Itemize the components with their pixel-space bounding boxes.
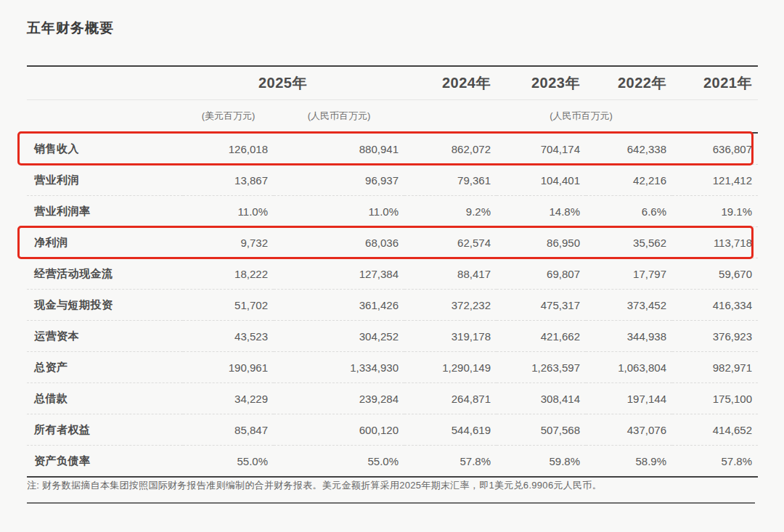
cell-value: 127,384 bbox=[274, 258, 404, 290]
cell-value: 68,036 bbox=[274, 227, 404, 258]
cell-value: 344,938 bbox=[586, 321, 672, 352]
cell-value: 43,523 bbox=[183, 321, 274, 352]
cell-value: 1,263,597 bbox=[497, 352, 586, 383]
cell-value: 507,568 bbox=[497, 414, 586, 446]
unit-usd-millions: (美元百万元) bbox=[183, 100, 274, 134]
cell-value: 304,252 bbox=[274, 321, 404, 352]
cell-value: 51,702 bbox=[183, 290, 274, 321]
report-page: 五年财务概要 2025年 2024年 2023年 2022年 2021年 (美元… bbox=[0, 0, 784, 532]
cell-value: 11.0% bbox=[183, 196, 274, 227]
cell-value: 55.0% bbox=[274, 446, 404, 478]
cell-value: 55.0% bbox=[183, 446, 274, 478]
cell-value: 862,072 bbox=[404, 133, 497, 165]
cell-value: 121,412 bbox=[672, 165, 758, 196]
year-header-2022: 2022年 bbox=[586, 66, 672, 100]
empty-header-cell bbox=[27, 66, 183, 100]
cell-value: 59.8% bbox=[497, 446, 586, 478]
cell-value: 59,670 bbox=[672, 258, 758, 290]
row-label: 总资产 bbox=[27, 352, 183, 383]
empty-unit-cell bbox=[27, 100, 183, 134]
cell-value: 126,018 bbox=[183, 133, 274, 165]
unit-rmb-millions: (人民币百万元) bbox=[274, 100, 404, 134]
table-row: 总资产 190,961 1,334,930 1,290,149 1,263,59… bbox=[27, 352, 758, 383]
cell-value: 86,950 bbox=[497, 227, 586, 258]
cell-value: 96,937 bbox=[274, 165, 404, 196]
cell-value: 85,847 bbox=[183, 414, 274, 446]
row-label: 净利润 bbox=[27, 227, 183, 258]
row-label: 销售收入 bbox=[27, 133, 183, 165]
cell-value: 35,562 bbox=[586, 227, 672, 258]
cell-value: 14.8% bbox=[497, 196, 586, 227]
cell-value: 42,216 bbox=[586, 165, 672, 196]
cell-value: 416,334 bbox=[672, 290, 758, 321]
cell-value: 19.1% bbox=[672, 196, 758, 227]
unit-header-row: (美元百万元) (人民币百万元) (人民币百万元) bbox=[27, 100, 758, 134]
cell-value: 475,317 bbox=[497, 290, 586, 321]
cell-value: 376,923 bbox=[672, 321, 758, 352]
cell-value: 9,732 bbox=[183, 227, 274, 258]
cell-value: 264,871 bbox=[404, 383, 497, 414]
row-label: 资产负债率 bbox=[27, 446, 183, 478]
table-row: 所有者权益 85,847 600,120 544,619 507,568 437… bbox=[27, 414, 758, 446]
table-row: 净利润 9,732 68,036 62,574 86,950 35,562 11… bbox=[27, 227, 758, 258]
row-label: 总借款 bbox=[27, 383, 183, 414]
cell-value: 982,971 bbox=[672, 352, 758, 383]
page-title: 五年财务概要 bbox=[27, 19, 114, 38]
cell-value: 1,290,149 bbox=[404, 352, 497, 383]
row-label: 现金与短期投资 bbox=[27, 290, 183, 321]
year-header-2025: 2025年 bbox=[183, 66, 404, 100]
cell-value: 308,414 bbox=[497, 383, 586, 414]
cell-value: 6.6% bbox=[586, 196, 672, 227]
cell-value: 704,174 bbox=[497, 133, 586, 165]
cell-value: 62,574 bbox=[404, 227, 497, 258]
cell-value: 1,334,930 bbox=[274, 352, 404, 383]
cell-value: 880,941 bbox=[274, 133, 404, 165]
table-row: 现金与短期投资 51,702 361,426 372,232 475,317 3… bbox=[27, 290, 758, 321]
cell-value: 197,144 bbox=[586, 383, 672, 414]
cell-value: 319,178 bbox=[404, 321, 497, 352]
cell-value: 600,120 bbox=[274, 414, 404, 446]
cell-value: 239,284 bbox=[274, 383, 404, 414]
table-row: 经营活动现金流 18,222 127,384 88,417 69,807 17,… bbox=[27, 258, 758, 290]
cell-value: 544,619 bbox=[404, 414, 497, 446]
financial-summary-table: 2025年 2024年 2023年 2022年 2021年 (美元百万元) (人… bbox=[27, 65, 758, 478]
cell-value: 11.0% bbox=[274, 196, 404, 227]
cell-value: 57.8% bbox=[404, 446, 497, 478]
bottom-divider bbox=[27, 502, 755, 504]
year-header-2021: 2021年 bbox=[672, 66, 758, 100]
cell-value: 190,961 bbox=[183, 352, 274, 383]
cell-value: 175,100 bbox=[672, 383, 758, 414]
cell-value: 34,229 bbox=[183, 383, 274, 414]
row-label: 营业利润 bbox=[27, 165, 183, 196]
table-row: 总借款 34,229 239,284 264,871 308,414 197,1… bbox=[27, 383, 758, 414]
cell-value: 57.8% bbox=[672, 446, 758, 478]
footnote-text: 注: 财务数据摘自本集团按照国际财务报告准则编制的合并财务报表。美元金额折算采用… bbox=[27, 479, 602, 492]
table-row: 营业利润 13,867 96,937 79,361 104,401 42,216… bbox=[27, 165, 758, 196]
cell-value: 18,222 bbox=[183, 258, 274, 290]
cell-value: 88,417 bbox=[404, 258, 497, 290]
cell-value: 9.2% bbox=[404, 196, 497, 227]
row-label: 经营活动现金流 bbox=[27, 258, 183, 290]
cell-value: 113,718 bbox=[672, 227, 758, 258]
cell-value: 104,401 bbox=[497, 165, 586, 196]
row-label: 运营资本 bbox=[27, 321, 183, 352]
cell-value: 642,338 bbox=[586, 133, 672, 165]
cell-value: 361,426 bbox=[274, 290, 404, 321]
table-row: 营业利润率 11.0% 11.0% 9.2% 14.8% 6.6% 19.1% bbox=[27, 196, 758, 227]
year-header-row: 2025年 2024年 2023年 2022年 2021年 bbox=[27, 66, 758, 100]
cell-value: 58.9% bbox=[586, 446, 672, 478]
cell-value: 1,063,804 bbox=[586, 352, 672, 383]
cell-value: 17,797 bbox=[586, 258, 672, 290]
cell-value: 636,807 bbox=[672, 133, 758, 165]
cell-value: 414,652 bbox=[672, 414, 758, 446]
row-label: 营业利润率 bbox=[27, 196, 183, 227]
cell-value: 79,361 bbox=[404, 165, 497, 196]
table-row: 运营资本 43,523 304,252 319,178 421,662 344,… bbox=[27, 321, 758, 352]
year-header-2023: 2023年 bbox=[497, 66, 586, 100]
unit-rmb-millions-span: (人民币百万元) bbox=[404, 100, 758, 134]
cell-value: 421,662 bbox=[497, 321, 586, 352]
cell-value: 437,076 bbox=[586, 414, 672, 446]
cell-value: 373,452 bbox=[586, 290, 672, 321]
cell-value: 69,807 bbox=[497, 258, 586, 290]
year-header-2024: 2024年 bbox=[404, 66, 497, 100]
